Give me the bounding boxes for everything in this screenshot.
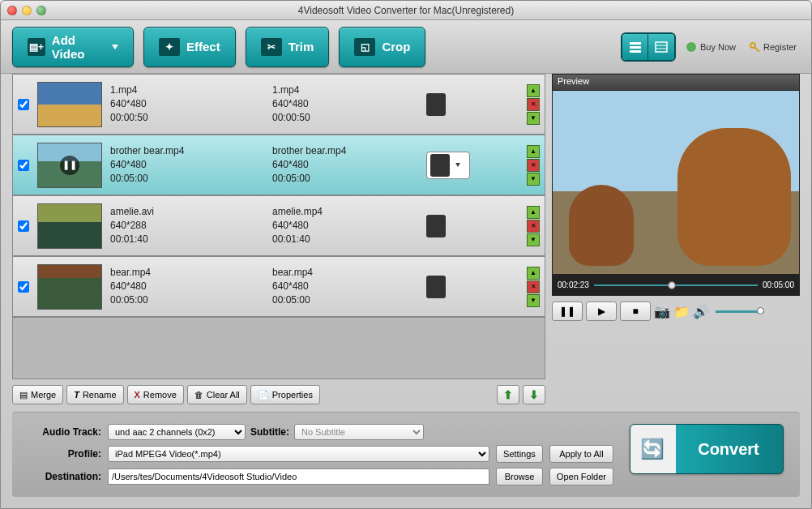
add-video-label: Add Video bbox=[52, 33, 102, 61]
remove-button[interactable]: XRemove bbox=[127, 385, 184, 404]
profile-select[interactable]: iPad MPEG4 Video(*.mp4) bbox=[108, 446, 489, 462]
buy-now-label: Buy Now bbox=[700, 42, 736, 52]
buy-now-link[interactable]: Buy Now bbox=[682, 40, 739, 54]
file-row[interactable]: amelie.avi 640*288 00:01:40 amelie.mp4 6… bbox=[13, 196, 545, 257]
row-expand-button[interactable]: ▲ bbox=[527, 84, 540, 97]
row-remove-button[interactable]: ✕ bbox=[527, 98, 540, 111]
preview-content bbox=[569, 185, 634, 266]
clear-icon: 🗑 bbox=[194, 390, 203, 400]
row-collapse-button[interactable]: ▼ bbox=[527, 112, 540, 125]
svg-rect-0 bbox=[630, 42, 641, 45]
film-add-icon: ▤+ bbox=[28, 38, 45, 56]
output-duration: 00:01:40 bbox=[272, 233, 418, 246]
svg-point-6 bbox=[686, 42, 696, 52]
speaker-icon: 🔊 bbox=[693, 304, 709, 319]
output-resolution: 640*480 bbox=[272, 219, 418, 233]
file-thumbnail[interactable] bbox=[37, 82, 102, 127]
file-row[interactable]: ❚❚ brother bear.mp4 640*480 00:05:00 bro… bbox=[13, 135, 545, 196]
effect-button[interactable]: ✦ Effect bbox=[143, 27, 236, 67]
play-button[interactable]: ▶ bbox=[586, 302, 617, 321]
add-video-button[interactable]: ▤+ Add Video bbox=[12, 27, 134, 67]
file-checkbox[interactable] bbox=[18, 99, 29, 110]
ipad-icon bbox=[426, 93, 446, 116]
row-collapse-button[interactable]: ▼ bbox=[527, 233, 540, 246]
properties-button[interactable]: 📄Properties bbox=[250, 385, 320, 404]
file-row[interactable]: bear.mp4 640*480 00:05:00 bear.mp4 640*4… bbox=[13, 257, 545, 318]
file-checkbox[interactable] bbox=[18, 220, 29, 232]
browse-button[interactable]: Browse bbox=[496, 468, 543, 485]
file-checkbox[interactable] bbox=[18, 160, 29, 171]
open-snapshot-folder-button[interactable]: 📁 bbox=[673, 303, 690, 319]
apply-to-all-button[interactable]: Apply to All bbox=[549, 445, 613, 463]
cart-icon bbox=[686, 41, 697, 53]
seek-slider[interactable] bbox=[594, 284, 758, 286]
dropdown-icon bbox=[455, 163, 460, 167]
open-folder-button[interactable]: Open Folder bbox=[549, 468, 613, 485]
merge-button[interactable]: ▤Merge bbox=[12, 385, 63, 404]
file-thumbnail[interactable]: ❚❚ bbox=[37, 143, 102, 188]
file-thumbnail[interactable] bbox=[37, 203, 102, 249]
clear-all-label: Clear All bbox=[207, 390, 240, 400]
register-link[interactable]: Register bbox=[746, 40, 800, 54]
volume-button[interactable]: 🔊 bbox=[693, 303, 709, 319]
output-filename: bear.mp4 bbox=[272, 266, 418, 280]
destination-input[interactable] bbox=[108, 468, 489, 485]
arrow-down-icon: ⬇ bbox=[529, 388, 539, 401]
volume-thumb[interactable] bbox=[757, 307, 764, 314]
properties-label: Properties bbox=[272, 390, 313, 400]
remove-icon: X bbox=[135, 390, 140, 400]
row-remove-button[interactable]: ✕ bbox=[527, 220, 540, 233]
audio-track-select[interactable]: und aac 2 channels (0x2) bbox=[108, 424, 246, 440]
source-filename: amelie.avi bbox=[110, 205, 264, 219]
row-collapse-button[interactable]: ▼ bbox=[527, 294, 540, 307]
row-controls: ▲ ✕ ▼ bbox=[527, 84, 540, 125]
current-time: 00:02:23 bbox=[558, 280, 589, 289]
source-resolution: 640*288 bbox=[110, 219, 264, 233]
snapshot-button[interactable]: 📷 bbox=[654, 303, 670, 319]
subtitle-select[interactable]: No Subtitle bbox=[294, 424, 424, 440]
convert-icon: 🔄 bbox=[630, 438, 674, 460]
file-checkbox[interactable] bbox=[18, 281, 29, 293]
settings-button[interactable]: Settings bbox=[496, 445, 543, 463]
list-icon bbox=[629, 41, 642, 53]
source-file-info: 1.mp4 640*480 00:00:50 bbox=[110, 83, 264, 124]
svg-rect-3 bbox=[656, 42, 667, 52]
row-expand-button[interactable]: ▲ bbox=[527, 145, 540, 158]
row-expand-button[interactable]: ▲ bbox=[527, 267, 540, 280]
effect-label: Effect bbox=[186, 40, 220, 53]
view-list-button[interactable] bbox=[622, 34, 648, 60]
convert-button[interactable]: 🔄 Convert bbox=[630, 424, 784, 474]
properties-icon: 📄 bbox=[258, 390, 269, 400]
pause-button[interactable]: ❚❚ bbox=[552, 302, 583, 321]
preview-content bbox=[677, 128, 791, 266]
merge-label: Merge bbox=[31, 390, 56, 400]
move-down-button[interactable]: ⬇ bbox=[523, 385, 545, 404]
row-collapse-button[interactable]: ▼ bbox=[527, 173, 540, 186]
move-up-button[interactable]: ⬆ bbox=[497, 385, 519, 404]
view-detail-button[interactable] bbox=[648, 34, 674, 60]
seek-thumb[interactable] bbox=[668, 281, 676, 289]
rename-button[interactable]: TRename bbox=[66, 385, 123, 404]
pause-overlay-icon: ❚❚ bbox=[60, 156, 79, 175]
profile-device-select[interactable] bbox=[426, 152, 470, 179]
output-duration: 00:00:50 bbox=[272, 111, 418, 125]
source-filename: brother bear.mp4 bbox=[110, 144, 264, 158]
file-row[interactable]: 1.mp4 640*480 00:00:50 1.mp4 640*480 00:… bbox=[13, 75, 545, 135]
stop-button[interactable]: ■ bbox=[620, 302, 651, 321]
preview-video[interactable] bbox=[552, 90, 800, 275]
output-filename: 1.mp4 bbox=[272, 83, 418, 97]
clear-all-button[interactable]: 🗑Clear All bbox=[187, 385, 247, 404]
output-file-info: 1.mp4 640*480 00:00:50 bbox=[272, 83, 418, 124]
source-file-info: bear.mp4 640*480 00:05:00 bbox=[110, 266, 264, 306]
output-resolution: 640*480 bbox=[272, 280, 418, 293]
row-remove-button[interactable]: ✕ bbox=[527, 159, 540, 172]
crop-button[interactable]: ◱ Crop bbox=[339, 27, 425, 67]
file-thumbnail[interactable] bbox=[37, 264, 102, 310]
volume-slider[interactable] bbox=[716, 310, 764, 313]
row-remove-button[interactable]: ✕ bbox=[527, 280, 540, 293]
output-duration: 00:05:00 bbox=[272, 172, 418, 186]
trim-button[interactable]: ✂ Trim bbox=[246, 27, 330, 67]
source-duration: 00:00:50 bbox=[110, 111, 264, 125]
row-expand-button[interactable]: ▲ bbox=[527, 206, 540, 219]
list-toolbar: ▤Merge TRename XRemove 🗑Clear All 📄Prope… bbox=[12, 383, 545, 407]
